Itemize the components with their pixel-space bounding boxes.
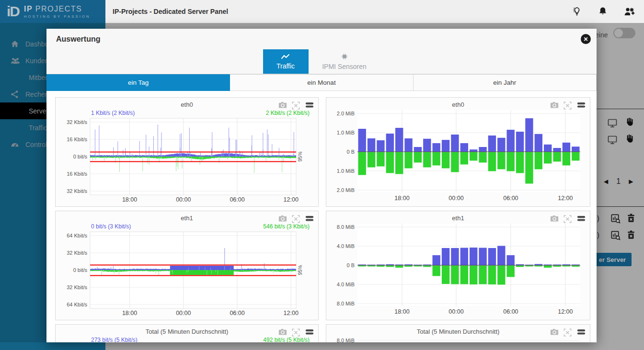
chip-icon xyxy=(340,53,349,61)
svg-text:64 Kbit/s: 64 Kbit/s xyxy=(67,302,87,307)
legend-outbound: 492 bit/s (5 Kbit/s) xyxy=(263,337,310,342)
modal-tabs: Traffic IPMI Sensoren xyxy=(46,49,597,74)
chart-card-bar-5: Total (5 Minuten Durchschnitt)8.0 MiB xyxy=(326,324,590,342)
svg-text:06:00: 06:00 xyxy=(503,195,518,202)
svg-text:16 Kbit/s: 16 Kbit/s xyxy=(67,171,87,177)
svg-text:00:00: 00:00 xyxy=(176,310,191,316)
chart-menu-icon[interactable] xyxy=(305,215,313,223)
chart-menu-icon[interactable] xyxy=(305,102,313,110)
svg-text:0 B: 0 B xyxy=(346,262,355,268)
expand-icon[interactable] xyxy=(564,328,572,337)
range-tab-ein-tag[interactable]: ein Tag xyxy=(46,74,230,91)
tab-ipmi-sensoren[interactable]: IPMI Sensoren xyxy=(309,49,380,74)
chart-menu-icon[interactable] xyxy=(305,328,313,337)
svg-text:12:00: 12:00 xyxy=(558,308,573,315)
svg-text:1.0 MiB: 1.0 MiB xyxy=(337,168,355,174)
auswertung-modal: Auswertung ✕ Traffic IPMI Sensoren ein T… xyxy=(46,29,597,342)
svg-text:32 Kbit/s: 32 Kbit/s xyxy=(67,119,87,125)
camera-icon[interactable] xyxy=(278,102,287,110)
expand-icon[interactable] xyxy=(564,102,572,110)
chart-plot: 8.0 MiB4.0 MiB0 B4.0 MiB8.0 MiB18:0000:0… xyxy=(326,223,590,318)
chart-plot: 32 Kbit/s16 Kbit/s0 bit/s16 Kbit/s32 Kbi… xyxy=(56,117,318,204)
user-settings-icon[interactable] xyxy=(623,6,634,17)
page-title: IP-Projects - Dedicated Server Panel xyxy=(113,8,228,15)
svg-text:1.0 MiB: 1.0 MiB xyxy=(337,130,355,135)
svg-text:0 bit/s: 0 bit/s xyxy=(73,267,88,273)
svg-text:32 Kbit/s: 32 Kbit/s xyxy=(67,250,87,256)
chart-menu-icon[interactable] xyxy=(577,328,585,337)
svg-text:00:00: 00:00 xyxy=(448,308,463,315)
svg-text:8.0 MiB: 8.0 MiB xyxy=(337,338,355,342)
chart-card-line-4: Total (5 Minuten Durchschnitt)273 bit/s … xyxy=(55,324,319,342)
svg-text:06:00: 06:00 xyxy=(503,308,518,315)
range-tab-ein-monat[interactable]: ein Monat xyxy=(230,74,413,91)
svg-text:32 Kbit/s: 32 Kbit/s xyxy=(67,188,87,194)
expand-icon[interactable] xyxy=(292,328,300,337)
chart-line-icon xyxy=(281,53,290,61)
close-icon[interactable]: ✕ xyxy=(581,34,591,44)
svg-text:0 B: 0 B xyxy=(346,149,355,155)
expand-icon[interactable] xyxy=(292,102,300,110)
expand-icon[interactable] xyxy=(564,215,572,223)
svg-text:8.0 MiB: 8.0 MiB xyxy=(337,224,355,230)
legend-outbound: 546 bit/s (3 Kbit/s) xyxy=(263,223,310,231)
range-tabs: ein Tag ein Monat ein Jahr xyxy=(46,74,597,91)
bell-icon[interactable] xyxy=(597,6,609,17)
svg-text:18:00: 18:00 xyxy=(122,310,137,316)
lightbulb-icon[interactable] xyxy=(571,6,583,17)
chart-menu-icon[interactable] xyxy=(577,215,585,223)
svg-text:4.0 MiB: 4.0 MiB xyxy=(337,282,355,287)
svg-text:12:00: 12:00 xyxy=(284,196,299,203)
tab-traffic[interactable]: Traffic xyxy=(263,49,309,74)
app: DashboardKundenMitbenutzerRechencenterSe… xyxy=(0,0,644,350)
chart-legend: 0 bit/s (3 Kbit/s)546 bit/s (3 Kbit/s) xyxy=(56,223,318,231)
svg-text:4.0 MiB: 4.0 MiB xyxy=(337,243,355,249)
camera-icon[interactable] xyxy=(550,215,558,223)
camera-icon[interactable] xyxy=(278,328,287,337)
brand-monogram: iD xyxy=(7,4,19,19)
svg-text:12:00: 12:00 xyxy=(558,195,573,202)
camera-icon[interactable] xyxy=(278,215,287,223)
charts-grid: eth01 Kbit/s (2 Kbit/s)2 Kbit/s (2 Kbit/… xyxy=(55,97,597,342)
chart-menu-icon[interactable] xyxy=(577,102,585,110)
modal-title: Auswertung xyxy=(56,35,100,44)
chart-card-line-2: eth10 bit/s (3 Kbit/s)546 bit/s (3 Kbit/… xyxy=(55,211,319,320)
svg-text:2.0 MiB: 2.0 MiB xyxy=(337,187,355,193)
svg-text:18:00: 18:00 xyxy=(394,195,409,202)
chart-plot: 64 Kbit/s32 Kbit/s0 bit/s32 Kbit/s64 Kbi… xyxy=(56,231,318,318)
camera-icon[interactable] xyxy=(550,328,558,337)
svg-text:95%: 95% xyxy=(297,151,303,161)
legend-inbound: 273 bit/s (5 Kbit/s) xyxy=(91,337,138,342)
svg-text:00:00: 00:00 xyxy=(448,195,463,202)
svg-text:95%: 95% xyxy=(297,265,303,275)
svg-text:12:00: 12:00 xyxy=(284,310,299,316)
brand-tagline: HOSTING BY PASSION xyxy=(24,14,91,19)
legend-inbound: 1 Kbit/s (2 Kbit/s) xyxy=(91,110,135,117)
svg-text:64 Kbit/s: 64 Kbit/s xyxy=(67,233,87,238)
svg-text:0 bit/s: 0 bit/s xyxy=(73,154,88,159)
svg-text:18:00: 18:00 xyxy=(394,308,409,315)
modal-body: eth01 Kbit/s (2 Kbit/s)2 Kbit/s (2 Kbit/… xyxy=(46,91,597,342)
modal-header: Auswertung ✕ xyxy=(46,29,597,49)
svg-text:32 Kbit/s: 32 Kbit/s xyxy=(67,284,87,290)
legend-outbound: 2 Kbit/s (2 Kbit/s) xyxy=(266,110,310,117)
brand-logo[interactable]: iD IP PROJECTS HOSTING BY PASSION xyxy=(0,0,105,23)
svg-text:06:00: 06:00 xyxy=(230,310,244,316)
range-tab-ein-jahr[interactable]: ein Jahr xyxy=(414,74,597,91)
brand-name: IP PROJECTS xyxy=(24,5,91,13)
chart-plot: 2.0 MiB1.0 MiB0 B1.0 MiB2.0 MiB18:0000:0… xyxy=(326,109,590,205)
svg-text:8.0 MiB: 8.0 MiB xyxy=(337,301,355,306)
chart-legend: 273 bit/s (5 Kbit/s)492 bit/s (5 Kbit/s) xyxy=(56,336,318,342)
chart-card-line-0: eth01 Kbit/s (2 Kbit/s)2 Kbit/s (2 Kbit/… xyxy=(55,97,319,207)
svg-text:00:00: 00:00 xyxy=(176,196,191,203)
camera-icon[interactable] xyxy=(550,102,558,110)
chart-card-bar-1: eth02.0 MiB1.0 MiB0 B1.0 MiB2.0 MiB18:00… xyxy=(326,97,590,207)
chart-legend: 1 Kbit/s (2 Kbit/s)2 Kbit/s (2 Kbit/s) xyxy=(56,109,318,117)
expand-icon[interactable] xyxy=(292,215,300,223)
svg-text:06:00: 06:00 xyxy=(230,196,244,203)
header: iD IP PROJECTS HOSTING BY PASSION IP-Pro… xyxy=(0,0,644,23)
chart-card-bar-3: eth18.0 MiB4.0 MiB0 B4.0 MiB8.0 MiB18:00… xyxy=(326,211,590,320)
chart-plot: 8.0 MiB xyxy=(326,336,590,342)
svg-text:2.0 MiB: 2.0 MiB xyxy=(337,111,355,116)
svg-text:16 Kbit/s: 16 Kbit/s xyxy=(67,136,87,142)
